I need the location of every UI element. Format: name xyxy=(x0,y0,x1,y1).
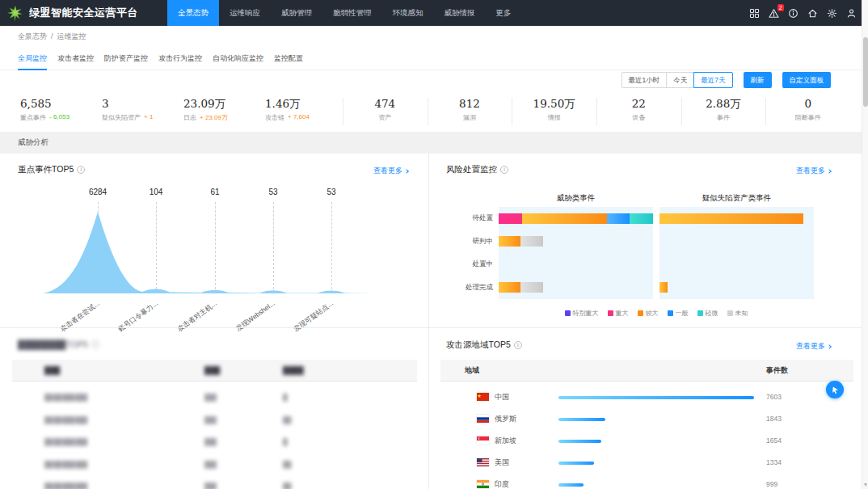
stat-delta: + 1 xyxy=(144,113,153,122)
flag-singapore-icon xyxy=(477,436,489,445)
breadcrumb-root[interactable]: 全景态势 xyxy=(18,32,47,42)
home-icon[interactable] xyxy=(807,7,818,19)
view-more-link[interactable]: 查看更多 xyxy=(796,166,831,176)
table-row: ██▪██▪███▪███ ███ █ xyxy=(12,386,417,409)
bar-row xyxy=(499,253,653,276)
refresh-button[interactable]: 刷新 xyxy=(744,72,772,88)
panel-title-redacted: ████████TOP5 xyxy=(18,339,99,349)
nav-item-panorama[interactable]: 全景态势 xyxy=(167,0,219,26)
region-value: 1334 xyxy=(766,452,782,474)
view-more-text: 查看更多 xyxy=(373,166,402,176)
nav-item-more[interactable]: 更多 xyxy=(486,0,522,26)
view-more-text: 查看更多 xyxy=(796,341,825,352)
region-value: 1654 xyxy=(766,430,782,452)
stat-vulnerabilities: 812 漏洞 xyxy=(428,93,512,130)
stat-blocked-events: 0 阻断事件 xyxy=(765,93,850,130)
stat-value: 19.50万 xyxy=(533,97,575,111)
stat-label: 重点事件 xyxy=(20,113,46,122)
chevron-right-icon xyxy=(827,344,832,349)
section-title-threat-analysis: 威胁分析 xyxy=(0,132,862,154)
stacked-bar-chart-threat-events xyxy=(499,207,653,299)
panel-key-events-top5: 重点事件TOP5 查看更多 6284 104 61 53 53 攻击者在尝试..… xyxy=(0,154,428,327)
panel-title-text: 攻击源地域TOP5 xyxy=(446,339,511,351)
stat-delta: + 7,604 xyxy=(288,113,310,122)
stat-value: 1.46万 xyxy=(265,97,343,111)
severity-legend: 特别重大 重大 较大 一般 轻微 未知 xyxy=(499,309,814,318)
time-option-last-7-days[interactable]: 最近7天 xyxy=(693,72,732,88)
legend-swatch xyxy=(727,310,733,316)
stat-value: 0 xyxy=(804,97,811,111)
custom-panel-button[interactable]: 自定义面板 xyxy=(782,72,832,88)
floating-assistant-button[interactable] xyxy=(826,381,844,398)
region-name: 新加坡 xyxy=(495,430,516,452)
region-value: 7603 xyxy=(766,386,782,408)
category-label: 待处置 xyxy=(440,207,493,230)
stat-value: 6,585 xyxy=(20,97,98,111)
stat-value: 3 xyxy=(102,97,179,111)
info-icon[interactable] xyxy=(91,340,99,348)
risk-category-labels: 待处置 研判中 处置中 处理完成 xyxy=(440,207,493,299)
stat-delta: + 23.09万 xyxy=(200,113,228,122)
region-bar xyxy=(558,483,754,487)
legend-item: 特别重大 xyxy=(565,309,599,318)
panel-title: 攻击源地域TOP5 xyxy=(446,339,522,351)
nav-item-ops-response[interactable]: 运维响应 xyxy=(219,0,271,26)
time-option-last-hour[interactable]: 最近1小时 xyxy=(622,72,668,88)
alert-triangle-icon[interactable]: 2 xyxy=(768,7,779,19)
view-more-text: 查看更多 xyxy=(796,166,825,176)
legend-item: 轻微 xyxy=(697,309,718,318)
scrollbar-thumb[interactable] xyxy=(863,37,868,107)
column-header: ████ xyxy=(283,360,304,382)
column-header-event-count: 事件数 xyxy=(766,360,788,382)
apps-grid-icon[interactable] xyxy=(748,7,760,19)
panel-title-text: 风险处置监控 xyxy=(446,164,497,175)
panel-title-text: ████████TOP5 xyxy=(18,339,88,349)
column-header-region: 地域 xyxy=(465,360,479,382)
nav-item-threat-intel[interactable]: 威胁情报 xyxy=(434,0,486,26)
view-more-link[interactable]: 查看更多 xyxy=(373,166,408,176)
panel-redacted-top5: ████████TOP5 ███ ███ ████ ██▪██▪███▪███ … xyxy=(0,327,428,489)
app-logo[interactable]: 绿盟智能安全运营平台 xyxy=(0,5,146,21)
region-bar xyxy=(558,440,754,443)
tab-global-monitor[interactable]: 全局监控 xyxy=(18,47,47,70)
chart-group-title: 威胁类事件 xyxy=(499,193,653,204)
nav-item-env-awareness[interactable]: 环境感知 xyxy=(382,0,434,26)
scrollbar-down-arrow[interactable] xyxy=(864,483,867,487)
breadcrumb-current: 运维监控 xyxy=(57,32,86,42)
region-bar xyxy=(558,462,754,465)
stat-logs: 23.09万 日志+ 23.09万 xyxy=(179,93,261,130)
legend-item: 未知 xyxy=(727,309,748,318)
page-scrollbar xyxy=(862,0,868,489)
nav-item-vuln-mgmt[interactable]: 脆弱性管理 xyxy=(322,0,382,26)
tab-monitor-config[interactable]: 监控配置 xyxy=(274,47,303,70)
user-icon[interactable] xyxy=(845,7,857,19)
time-option-today[interactable]: 今天 xyxy=(666,72,694,88)
data-label: 53 xyxy=(249,188,297,196)
stat-label: 漏洞 xyxy=(463,113,476,122)
flag-russia-icon xyxy=(477,415,489,423)
info-icon[interactable] xyxy=(77,166,85,174)
stat-value: 474 xyxy=(374,97,395,111)
tab-attacker-monitor[interactable]: 攻击者监控 xyxy=(57,47,94,70)
tab-auto-response-monitor[interactable]: 自动化响应监控 xyxy=(213,47,263,70)
tab-protected-asset-monitor[interactable]: 防护资产监控 xyxy=(104,47,148,70)
table-row-usa: 美国 1334 xyxy=(440,452,853,474)
table-row: ██▪██▪███▪███ ███ ██ xyxy=(12,453,417,476)
tab-attack-behavior-monitor[interactable]: 攻击行为监控 xyxy=(158,47,202,70)
info-icon[interactable] xyxy=(514,341,522,349)
gear-icon[interactable] xyxy=(826,7,837,19)
info-icon[interactable] xyxy=(500,166,508,174)
info-circle-icon[interactable] xyxy=(787,7,798,19)
data-label: 6284 xyxy=(74,188,122,196)
view-more-link[interactable]: 查看更多 xyxy=(796,341,831,352)
bar-row xyxy=(499,230,653,254)
stat-value: 812 xyxy=(459,97,480,111)
bar-row xyxy=(499,207,653,230)
stat-label: 攻击链 xyxy=(265,113,284,122)
nav-item-threat-mgmt[interactable]: 威胁管理 xyxy=(271,0,322,26)
legend-swatch xyxy=(697,310,703,316)
bar-row xyxy=(659,207,814,230)
legend-item: 较大 xyxy=(638,309,659,318)
stat-value: 2.88万 xyxy=(706,97,741,111)
stat-label: 日志 xyxy=(183,113,196,122)
